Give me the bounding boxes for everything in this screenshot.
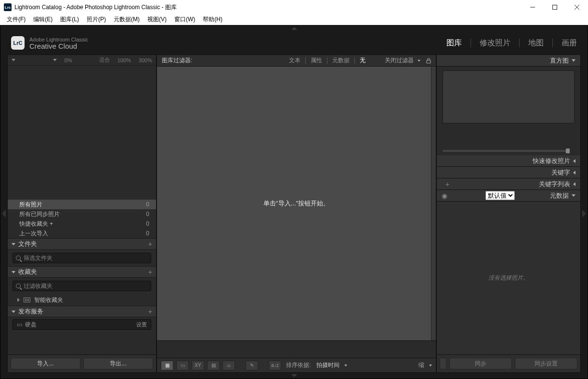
catalog-item-label: 所有照片 [19,201,42,209]
catalog-quick-collection[interactable]: 快捷收藏夹 + 0 [8,219,156,229]
menu-library[interactable]: 图库(L) [58,14,81,25]
quick-develop-title: 快速修改照片 [533,157,570,165]
filter-metadata[interactable]: 元数据 [329,56,353,65]
filter-lock-icon[interactable] [426,58,431,64]
survey-view-icon[interactable]: ▤ [207,361,220,370]
add-folder-icon[interactable]: + [148,240,152,248]
collections-filter-input[interactable]: 过滤收藏夹 [13,281,151,291]
zoom-300[interactable]: 300% [139,57,152,63]
menu-edit[interactable]: 编辑(E) [31,14,54,25]
module-develop[interactable]: 修改照片 [480,38,510,48]
toolbar-menu-icon[interactable] [429,365,432,366]
menu-file[interactable]: 文件(F) [5,14,27,25]
menu-metadata[interactable]: 元数据(M) [112,14,142,25]
grid-view-icon[interactable]: ▦ [161,361,173,370]
top-panel-toggle[interactable] [0,26,588,31]
no-photo-message: 没有选择照片。 [488,274,529,282]
catalog-item-count: 0 [146,211,149,217]
add-collection-icon[interactable]: + [148,268,152,276]
keyword-list-header[interactable]: + 关键字列表 [437,178,580,190]
chevron-down-icon [572,194,575,197]
filmstrip-toggle[interactable] [0,373,588,379]
metadata-body: 没有选择照片。 [437,202,580,354]
keywording-title: 关键字 [551,168,570,177]
zoom-0[interactable]: 0% [65,57,72,63]
right-panel-toggle[interactable] [581,54,588,373]
navigator-collapse-icon[interactable] [12,59,15,61]
thumbnail-size-label: 缩 [418,361,424,369]
chevron-down-icon [12,243,15,245]
secondary-strip [157,340,436,358]
module-library[interactable]: 图库 [446,38,462,48]
compare-view-icon[interactable]: XY [192,361,204,370]
canvas-scrollbar[interactable] [431,67,436,340]
smart-collections-row[interactable]: 智能收藏夹 [8,294,156,306]
histogram-header[interactable]: 直方图 [437,55,580,67]
metadata-preset-select[interactable]: 默认值 [485,191,515,200]
chevron-down-icon [12,271,15,273]
publish-header[interactable]: 发布服务 + [8,306,156,317]
filter-attribute[interactable]: 属性 [308,56,325,65]
sync-settings-button[interactable]: 同步设置 [515,358,577,369]
chevron-down-icon [572,59,575,62]
chevron-left-icon [573,159,575,163]
histogram-slider[interactable] [437,147,580,155]
folders-header[interactable]: 文件夹 + [8,238,156,250]
quick-develop-header[interactable]: 快速修改照片 [437,155,580,167]
window-minimize[interactable] [522,0,544,14]
painter-tool-icon[interactable]: ✎ [246,361,258,370]
catalog-item-label: 所有已同步照片 [19,210,60,218]
sync-toggle[interactable] [440,358,446,369]
menu-photo[interactable]: 照片(P) [85,14,108,25]
expand-icon [17,298,20,302]
sync-button[interactable]: 同步 [449,358,512,369]
folders-filter-input[interactable]: 筛选文件夹 [13,253,151,263]
harddrive-icon: ▭ [17,321,22,328]
lrc-badge-icon: LrC [11,36,25,50]
sort-direction-icon[interactable]: a↓z [269,361,281,370]
module-sep [552,39,553,47]
zoom-100[interactable]: 100% [118,57,131,63]
metadata-header[interactable]: ◉ 默认值 元数据 [437,190,580,202]
left-panel-toggle[interactable] [0,54,7,373]
filter-off-label[interactable]: 关闭过滤器 [385,56,414,65]
navigator-menu-icon[interactable] [53,59,57,61]
histogram-title: 直方图 [550,56,569,65]
menu-window[interactable]: 窗口(W) [172,14,197,25]
filter-none[interactable]: 无 [357,56,368,65]
catalog-previous-import[interactable]: 上一次导入 0 [8,229,156,238]
identity-row: LrC Adobe Lightroom Classic Creative Clo… [0,31,588,54]
search-icon [16,284,21,288]
filter-text[interactable]: 文本 [286,56,303,65]
sort-value[interactable]: 拍摄时间 [316,361,340,369]
keywording-header[interactable]: 关键字 [437,167,580,178]
module-book[interactable]: 画册 [562,38,577,48]
module-picker: 图库 修改照片 地图 画册 [446,38,577,48]
export-button[interactable]: 导出... [83,358,153,369]
catalog-panel: 所有照片 0 所有已同步照片 0 快捷收藏夹 + 0 上一次导入 0 [8,200,156,238]
import-button[interactable]: 导入... [11,358,80,369]
add-keyword-icon[interactable]: + [442,180,453,188]
chevron-left-icon [573,182,575,186]
publish-hd-config[interactable]: 设置 [136,321,147,328]
metadata-visibility-icon[interactable]: ◉ [442,192,447,200]
filter-preset-dropdown-icon[interactable] [418,60,420,62]
add-publish-icon[interactable]: + [148,308,152,315]
menu-view[interactable]: 视图(V) [145,14,169,25]
people-view-icon[interactable]: ☺ [222,361,235,370]
grid-canvas[interactable]: 单击"导入..."按钮开始。 [157,67,436,340]
catalog-synced-photos[interactable]: 所有已同步照片 0 [8,209,156,219]
chevron-down-icon [12,311,15,313]
svg-rect-0 [553,5,557,10]
sort-dropdown-icon[interactable] [344,365,347,366]
menu-help[interactable]: 帮助(H) [201,14,224,25]
module-sep [519,39,520,47]
zoom-fit[interactable]: 适合 [99,56,110,64]
module-map[interactable]: 地图 [528,38,544,48]
window-maximize[interactable] [544,0,566,14]
publish-harddrive-row[interactable]: ▭ 硬盘 设置 [13,319,151,330]
collections-header[interactable]: 收藏夹 + [8,266,156,278]
catalog-all-photos[interactable]: 所有照片 0 [8,200,156,209]
loupe-view-icon[interactable]: ▭ [176,361,189,370]
window-close[interactable] [566,0,588,14]
